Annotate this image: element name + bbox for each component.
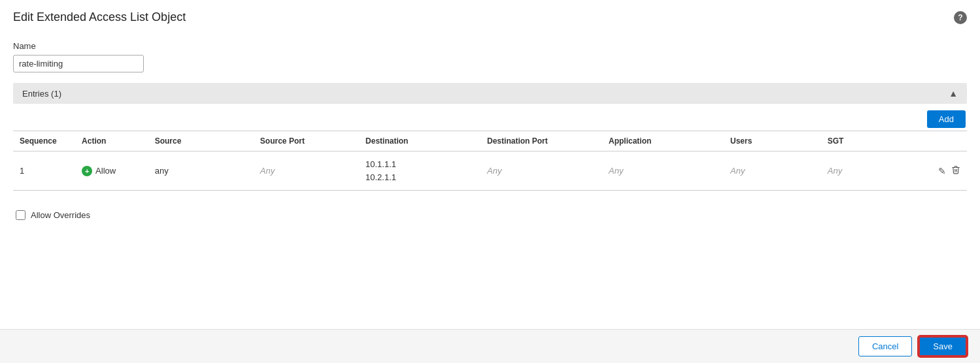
modal-title: Edit Extended Access List Object [13, 10, 186, 24]
name-input[interactable] [13, 55, 144, 72]
col-header-destination-port: Destination Port [481, 131, 602, 151]
save-button[interactable]: Save [919, 336, 967, 356]
allow-icon: + [82, 166, 92, 176]
table-header-row: Sequence Action Source Source Port Desti… [13, 131, 967, 151]
allow-overrides-checkbox[interactable] [16, 210, 25, 220]
modal-body: Name Entries (1) ▲ Add Sequence Action S… [0, 32, 980, 329]
cell-sequence: 1 [13, 151, 75, 191]
col-header-source: Source [148, 131, 254, 151]
col-header-row-actions [919, 131, 967, 151]
col-header-source-port: Source Port [254, 131, 359, 151]
cell-sgt: Any [821, 151, 919, 191]
col-header-sgt: SGT [821, 131, 919, 151]
name-field-group: Name [13, 41, 967, 72]
entries-toggle-icon[interactable]: ▲ [949, 88, 958, 99]
cell-action: +Allow [75, 151, 148, 191]
table-row: 1+AllowanyAny10.1.1.1 10.2.1.1AnyAnyAnyA… [13, 151, 967, 191]
help-icon[interactable]: ? [954, 11, 967, 24]
allow-overrides-label[interactable]: Allow Overrides [31, 210, 90, 220]
modal: Edit Extended Access List Object ? Name … [0, 0, 980, 363]
edit-icon[interactable]: ✎ [938, 166, 946, 176]
col-header-users: Users [724, 131, 821, 151]
col-header-action: Action [75, 131, 148, 151]
cell-destination: 10.1.1.1 10.2.1.1 [359, 151, 481, 191]
modal-header: Edit Extended Access List Object ? [0, 0, 980, 32]
col-header-application: Application [602, 131, 724, 151]
name-label: Name [13, 41, 967, 51]
allow-overrides-row: Allow Overrides [13, 210, 967, 220]
col-header-destination: Destination [359, 131, 481, 151]
col-header-sequence: Sequence [13, 131, 75, 151]
cancel-button[interactable]: Cancel [858, 336, 912, 356]
cell-source-port: Any [254, 151, 359, 191]
modal-footer: Cancel Save [0, 329, 980, 363]
cell-users: Any [724, 151, 821, 191]
entries-table: Sequence Action Source Source Port Desti… [13, 131, 967, 191]
action-label: Allow [95, 166, 116, 176]
add-button[interactable]: Add [927, 110, 966, 128]
cell-row-actions: ✎ [919, 151, 967, 191]
delete-icon[interactable] [951, 165, 960, 176]
cell-application: Any [602, 151, 724, 191]
cell-source: any [148, 151, 254, 191]
entries-section-title: Entries (1) [22, 89, 61, 99]
entries-section-header: Entries (1) ▲ [13, 83, 967, 104]
cell-destination-port: Any [481, 151, 602, 191]
add-button-row: Add [13, 110, 967, 128]
